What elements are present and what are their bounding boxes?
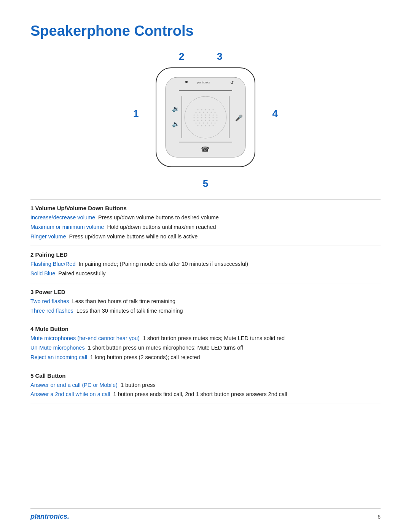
svg-point-18	[209, 115, 210, 116]
diagram-label-5: 5	[203, 178, 208, 190]
control-item-4-1: Answer a 2nd call while on a call 1 butt…	[30, 390, 381, 399]
svg-point-9	[199, 112, 201, 113]
section-name: Mute Button	[35, 326, 68, 332]
svg-point-23	[201, 117, 202, 118]
control-term: Increase/decrease volume	[30, 214, 95, 222]
control-item-2-0: Two red flashes Less than two hours of t…	[30, 297, 381, 306]
svg-point-3	[198, 109, 199, 110]
section-1: 1 Volume Up/Volume Down ButtonsIncrease/…	[30, 199, 381, 246]
section-header-5: 5 Call Button	[30, 372, 381, 379]
control-term: Flashing Blue/Red	[30, 260, 76, 268]
section-header-3: 3 Power LED	[30, 289, 381, 295]
control-item-3-1: Un-Mute microphones 1 short button press…	[30, 344, 381, 352]
footer: plantronics. 6	[30, 508, 381, 521]
svg-point-16	[201, 115, 202, 116]
section-header-1: 1 Volume Up/Volume Down Buttons	[30, 205, 381, 211]
section-5: 5 Call ButtonAnswer or end a call (PC or…	[30, 367, 381, 404]
svg-point-38	[207, 123, 208, 124]
diagram-label-1: 1	[133, 108, 139, 120]
control-item-1-0: Flashing Blue/Red In pairing mode; (Pair…	[30, 260, 381, 268]
svg-point-10	[203, 112, 204, 113]
svg-point-25	[209, 117, 210, 118]
svg-point-6	[209, 109, 210, 110]
control-desc: Less than 30 minutes of talk time remain…	[76, 307, 183, 315]
control-item-3-0: Mute microphones (far-end cannot hear yo…	[30, 334, 381, 343]
control-desc: 1 button press ends first call, 2nd 1 sh…	[113, 390, 287, 399]
svg-point-15	[198, 115, 199, 116]
control-desc: Less than two hours of talk time remaini…	[72, 297, 176, 306]
svg-point-39	[211, 123, 212, 124]
svg-point-8	[196, 112, 197, 113]
svg-point-41	[198, 125, 199, 126]
device-illustration: plantronics ↺ 🔉 🔈 🎤 ☎	[145, 62, 266, 176]
svg-point-44	[209, 125, 210, 126]
svg-point-31	[205, 120, 206, 121]
svg-text:plantronics: plantronics	[197, 81, 210, 84]
control-desc: Hold up/down buttons until max/min reach…	[107, 223, 216, 232]
control-desc: Paired successfully	[58, 270, 105, 278]
diagram-label-3: 3	[217, 51, 222, 62]
control-item-1-1: Solid Blue Paired successfully	[30, 270, 381, 278]
svg-point-36	[199, 123, 201, 124]
diagram-label-4: 4	[272, 108, 278, 120]
control-desc: In pairing mode; (Pairing mode ends afte…	[79, 260, 249, 268]
section-header-4: 4 Mute Button	[30, 326, 381, 332]
section-name: Power LED	[35, 289, 65, 295]
svg-point-13	[215, 112, 216, 113]
svg-point-19	[213, 115, 214, 116]
svg-text:↺: ↺	[230, 80, 234, 85]
svg-text:🎤: 🎤	[235, 114, 243, 121]
section-number: 5	[30, 372, 33, 379]
control-item-4-0: Answer or end a call (PC or Mobile) 1 bu…	[30, 381, 381, 390]
control-term: Un-Mute microphones	[30, 344, 85, 352]
svg-point-33	[213, 120, 214, 121]
svg-point-14	[194, 115, 195, 116]
control-item-0-2: Ringer volume Press up/down volume butto…	[30, 233, 381, 241]
control-term: Answer or end a call (PC or Mobile)	[30, 381, 118, 390]
section-name: Call Button	[35, 372, 66, 379]
svg-point-28	[194, 120, 195, 121]
svg-point-12	[211, 112, 212, 113]
svg-point-29	[198, 120, 199, 121]
svg-point-45	[213, 125, 214, 126]
section-header-2: 2 Pairing LED	[30, 251, 381, 258]
control-term: Reject an incoming call	[30, 353, 87, 362]
control-term: Maximum or minimum volume	[30, 223, 104, 232]
control-desc: Press up/down volume buttons while no ca…	[69, 233, 198, 241]
device-wrapper: 2 3 1 4 5	[145, 62, 266, 176]
footer-page-number: 6	[378, 514, 381, 520]
section-number: 3	[30, 289, 33, 295]
svg-point-7	[213, 109, 214, 110]
svg-point-17	[205, 115, 206, 116]
svg-text:🔉: 🔉	[172, 105, 180, 112]
control-item-0-0: Increase/decrease volume Press up/down v…	[30, 214, 381, 222]
svg-point-40	[215, 123, 216, 124]
svg-point-21	[194, 117, 195, 118]
diagram-label-2: 2	[179, 51, 184, 62]
svg-point-24	[205, 117, 206, 118]
control-term: Answer a 2nd call while on a call	[30, 390, 110, 399]
svg-point-26	[213, 117, 214, 118]
section-name: Volume Up/Volume Down Buttons	[35, 205, 127, 211]
svg-point-34	[217, 120, 218, 121]
svg-point-46	[185, 81, 188, 83]
svg-point-37	[203, 123, 204, 124]
svg-point-5	[205, 109, 206, 110]
section-number: 2	[30, 251, 33, 258]
svg-point-30	[201, 120, 202, 121]
controls-list: 1 Volume Up/Volume Down ButtonsIncrease/…	[30, 199, 381, 404]
svg-text:☎: ☎	[201, 145, 209, 153]
control-term: Solid Blue	[30, 270, 55, 278]
control-item-0-1: Maximum or minimum volume Hold up/down b…	[30, 223, 381, 232]
control-item-2-1: Three red flashes Less than 30 minutes o…	[30, 307, 381, 315]
control-term: Mute microphones (far-end cannot hear yo…	[30, 334, 140, 343]
svg-point-32	[209, 120, 210, 121]
control-term: Two red flashes	[30, 297, 69, 306]
section-4: 4 Mute ButtonMute microphones (far-end c…	[30, 320, 381, 366]
svg-point-20	[217, 115, 218, 116]
svg-point-4	[201, 109, 202, 110]
page-container: Speakerphone Controls 2 3 1 4 5	[0, 0, 411, 427]
svg-point-42	[201, 125, 202, 126]
svg-point-22	[198, 117, 199, 118]
svg-point-35	[196, 123, 197, 124]
